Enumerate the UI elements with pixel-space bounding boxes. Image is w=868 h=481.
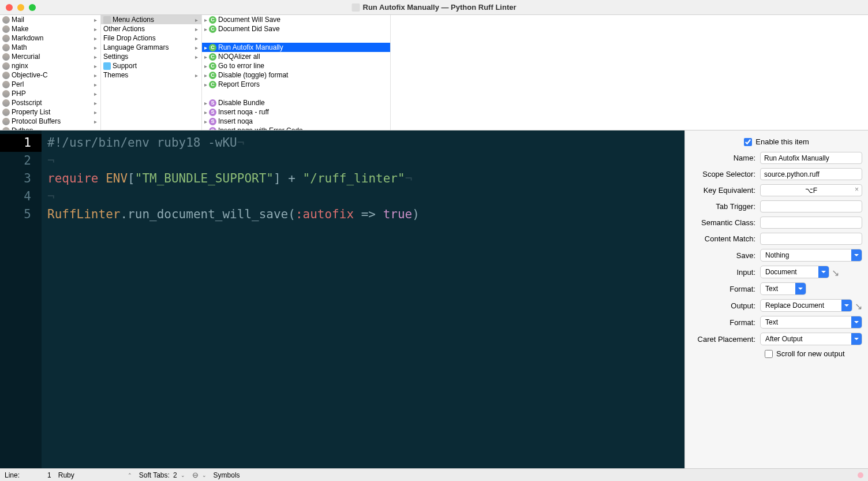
enable-item-checkbox[interactable] (744, 138, 752, 146)
bundle-item[interactable]: ▸SInsert noqa - ruff (202, 107, 390, 117)
content-match-input[interactable] (760, 233, 862, 245)
chevron-right-icon: ▸ (94, 100, 97, 106)
line-number[interactable]: 3 (0, 170, 42, 188)
code-line[interactable]: require ENV["TM_BUNDLE_SUPPORT"] + "/ruf… (47, 170, 420, 188)
chevron-right-icon: ▸ (204, 118, 207, 125)
foldergray-icon (103, 16, 111, 24)
key-equivalent-input[interactable] (760, 184, 862, 196)
input-format-select[interactable]: Text (760, 282, 806, 295)
close-window-button[interactable] (6, 4, 13, 11)
chevron-right-icon: ▸ (94, 118, 97, 125)
code-editor[interactable]: 12345 #!/usr/bin/env ruby18 -wKU¬¬requir… (0, 130, 684, 468)
folder-icon (103, 62, 111, 70)
language-item[interactable]: Objective-C▸ (0, 70, 100, 80)
bundle-item[interactable]: ▸CGo to error line (202, 61, 390, 70)
chevron-right-icon: ▸ (94, 63, 97, 69)
clear-key-icon[interactable]: × (855, 185, 859, 193)
line-number[interactable]: 2 (0, 152, 42, 170)
bundle-item-label: Insert noqa with Error Code (218, 126, 303, 130)
bundle-item[interactable]: ▸CRun Autofix Manually (202, 43, 390, 52)
caret-label: Caret Placement: (691, 335, 760, 344)
language-selector[interactable]: Ruby ⌃ (58, 471, 132, 479)
name-input[interactable] (760, 152, 862, 164)
category-item[interactable]: Support (101, 61, 201, 70)
status-bar: Line: 1 Ruby ⌃ Soft Tabs: 2 ⌄ ⊖ ⌄ Symbol… (0, 468, 868, 481)
input-select[interactable]: Document (760, 266, 829, 278)
chevron-right-icon: ▸ (204, 63, 207, 69)
save-label: Save: (691, 251, 760, 260)
language-item[interactable]: nginx▸ (0, 61, 100, 70)
output-select[interactable]: Replace Document (760, 299, 852, 312)
language-icon (2, 62, 10, 70)
language-icon (2, 90, 10, 98)
language-item[interactable]: Property List▸ (0, 107, 100, 117)
code-line[interactable]: ¬ (47, 188, 420, 206)
language-item[interactable]: Perl▸ (0, 80, 100, 89)
chevron-right-icon: ▸ (204, 128, 207, 130)
category-item[interactable]: Themes▸ (101, 70, 201, 80)
language-label: Perl (12, 80, 24, 88)
category-item[interactable]: Settings▸ (101, 52, 201, 61)
category-item[interactable]: File Drop Actions▸ (101, 33, 201, 43)
bundle-item-label: Insert noqa (218, 117, 253, 125)
semantic-label: Semantic Class: (691, 218, 760, 227)
command-icon: C (209, 16, 216, 24)
bundle-item[interactable]: ▸CDocument Did Save (202, 24, 390, 33)
language-label: nginx (12, 62, 28, 70)
bundle-item-label: Document Will Save (218, 16, 280, 24)
name-label: Name: (691, 154, 760, 162)
bundle-item[interactable]: ▸CDisable (toggle) format (202, 70, 390, 80)
items-column[interactable]: ▸CDocument Will Save▸CDocument Did Save▸… (202, 15, 391, 130)
code-line[interactable]: #!/usr/bin/env ruby18 -wKU¬ (47, 134, 420, 152)
bundle-item[interactable]: ▸CNOQAlizer all (202, 52, 390, 61)
category-item[interactable]: Menu Actions▸ (101, 15, 201, 24)
chevron-right-icon: ▸ (94, 72, 97, 79)
language-item[interactable]: Python▸ (0, 126, 100, 130)
language-item[interactable]: Postscript▸ (0, 98, 100, 107)
line-number[interactable]: 5 (0, 206, 42, 223)
language-column[interactable]: Mail▸Make▸Markdown▸Math▸Mercurial▸nginx▸… (0, 15, 101, 130)
language-item[interactable]: Protocol Buffers▸ (0, 117, 100, 126)
language-item[interactable]: Mercurial▸ (0, 52, 100, 61)
category-column[interactable]: Menu Actions▸Other Actions▸File Drop Act… (101, 15, 202, 130)
output-format-select[interactable]: Text (760, 316, 862, 329)
tab-trigger-input[interactable] (760, 200, 862, 212)
bundle-item[interactable]: ▸CReport Errors (202, 80, 390, 89)
decrease-icon[interactable]: ⊖ (192, 471, 199, 479)
scroll-output-checkbox[interactable] (765, 350, 773, 358)
chevron-right-icon: ▸ (204, 100, 207, 106)
bundle-item-label: Insert noqa - ruff (218, 108, 269, 116)
line-number[interactable]: 4 (0, 188, 42, 206)
code-line[interactable]: ¬ (47, 152, 420, 170)
category-item[interactable]: Language Grammars▸ (101, 43, 201, 52)
bundle-browser: Mail▸Make▸Markdown▸Math▸Mercurial▸nginx▸… (0, 15, 868, 130)
semantic-input[interactable] (760, 217, 862, 229)
record-indicator-icon[interactable] (858, 472, 863, 478)
bundle-item[interactable]: ▸SInsert noqa with Error Code (202, 126, 390, 130)
minimize-window-button[interactable] (17, 4, 24, 11)
scope-input[interactable] (760, 168, 862, 180)
line-number[interactable]: 1 (0, 134, 42, 152)
language-item[interactable]: Math▸ (0, 43, 100, 52)
bundle-item[interactable]: ▸SInsert noqa (202, 117, 390, 126)
symbols-selector[interactable]: Symbols (214, 471, 240, 479)
caret-select[interactable]: After Output (760, 333, 862, 345)
code-line[interactable]: RuffLinter.run_document_will_save(:autof… (47, 206, 420, 223)
language-item[interactable]: PHP▸ (0, 89, 100, 98)
zoom-window-button[interactable] (29, 4, 36, 11)
bundle-item[interactable]: ▸SDisable Bundle (202, 98, 390, 107)
softtabs-selector[interactable]: Soft Tabs: 2 ⌄ (139, 471, 185, 479)
save-select[interactable]: Nothing (760, 249, 862, 262)
language-icon (2, 53, 10, 61)
input-label: Input: (691, 268, 760, 277)
code-area[interactable]: #!/usr/bin/env ruby18 -wKU¬¬require ENV[… (42, 130, 420, 468)
bundle-item-label: Disable Bundle (218, 99, 265, 107)
category-item[interactable]: Other Actions▸ (101, 24, 201, 33)
bundle-item[interactable]: ▸CDocument Will Save (202, 15, 390, 24)
language-item[interactable]: Make▸ (0, 24, 100, 33)
output-format-label: Format: (719, 318, 760, 327)
language-item[interactable]: Mail▸ (0, 15, 100, 24)
tab-trigger-label: Tab Trigger: (691, 202, 760, 211)
inspector-panel: Enable this item Name: Scope Selector: K… (684, 130, 868, 468)
language-item[interactable]: Markdown▸ (0, 33, 100, 43)
